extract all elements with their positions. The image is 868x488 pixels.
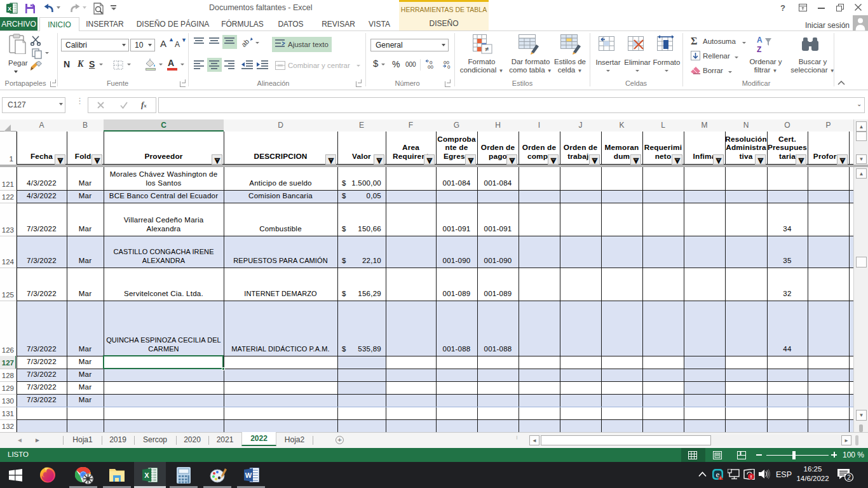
svg-text:≠: ≠ xyxy=(485,45,489,53)
svg-text:X: X xyxy=(144,471,149,479)
svg-text:W: W xyxy=(245,471,252,479)
svg-text:X: X xyxy=(8,6,11,12)
svg-text:ab: ab xyxy=(242,37,250,48)
svg-text:!: ! xyxy=(750,474,752,480)
svg-text:e: e xyxy=(716,470,720,479)
svg-text:A: A xyxy=(757,36,763,44)
svg-text:2: 2 xyxy=(847,474,851,481)
svg-text:Z: Z xyxy=(757,45,761,53)
svg-text:0: 0 xyxy=(447,64,451,69)
svg-text:00: 00 xyxy=(428,64,433,69)
